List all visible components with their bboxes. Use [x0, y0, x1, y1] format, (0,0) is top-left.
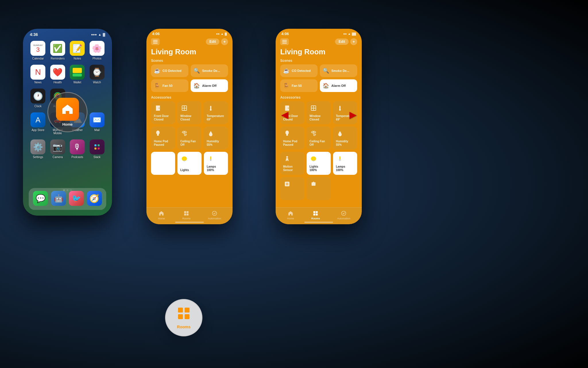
homepod-1-label: Home PodPaused: [154, 140, 172, 147]
dock-app3[interactable]: 🐦: [68, 191, 85, 207]
edit-button-2[interactable]: Edit: [335, 39, 349, 45]
app-slack[interactable]: Slack: [89, 139, 105, 159]
signal-icon: ●●●: [91, 33, 97, 36]
clock-icon: 🕐: [30, 89, 45, 103]
edit-button-1[interactable]: Edit: [206, 39, 219, 45]
home-status-right-2: ●● ▲ ▓▓: [343, 32, 356, 35]
plus-button-2[interactable]: +: [350, 38, 357, 45]
acc-lights-2[interactable]: Lights100%: [307, 152, 331, 175]
fan-label: Fan 50: [163, 84, 173, 87]
ceiling-fan-2-label: Ceiling FanOff: [310, 140, 328, 147]
wifi-icon: ▲: [98, 33, 101, 36]
menu-button-1[interactable]: [151, 38, 160, 45]
extra-1-icon: [283, 180, 291, 188]
svg-rect-52: [339, 159, 341, 160]
acc-temperature[interactable]: Temperature69°: [204, 101, 228, 124]
acc-humidity-2[interactable]: Humidity55%: [333, 126, 357, 150]
svg-rect-40: [339, 106, 341, 109]
home-indicator-1: [175, 222, 204, 223]
acc-ceiling-fan-2[interactable]: Ceiling FanOff: [307, 126, 331, 150]
svg-rect-59: [313, 182, 314, 182]
app-watch[interactable]: ⌚ Watch: [89, 65, 105, 84]
home-app-highlight[interactable]: Home: [47, 92, 88, 132]
app-mail[interactable]: ✉️ Mail: [89, 112, 105, 135]
scene-fan-2[interactable]: 🪑 Fan 50: [280, 79, 318, 92]
app-podcasts[interactable]: 🎙 Podcasts: [69, 139, 86, 159]
motion-1-label: MotionSensor: [154, 165, 172, 172]
home-top-controls-1: Edit +: [146, 37, 233, 47]
app-clock[interactable]: 🕐 Clock: [30, 89, 46, 108]
home-status-time-1: 4:06: [152, 32, 160, 36]
svg-rect-29: [187, 214, 189, 216]
svg-rect-50: [313, 160, 314, 161]
scene-co-detected[interactable]: ☕ CO Detected: [151, 64, 188, 77]
acc-motion-2[interactable]: MotionSensor: [280, 152, 304, 175]
nav-automation-2[interactable]: Automation: [337, 210, 350, 220]
acc-window-1[interactable]: WindowClosed: [177, 101, 202, 124]
dock-safari[interactable]: 🧭: [86, 191, 103, 207]
acc-extra-1[interactable]: [280, 177, 304, 200]
signal-1: ●●: [216, 32, 220, 35]
plus-button-1[interactable]: +: [221, 38, 228, 45]
acc-lamps-1[interactable]: Lamps100%: [204, 152, 228, 175]
watch-label: Watch: [93, 81, 101, 84]
alarm-icon-2: 🏠: [323, 83, 329, 89]
home-status-time-2: 4:06: [281, 32, 289, 36]
acc-homepod-2[interactable]: Home PodPaused: [280, 126, 304, 150]
nav-rooms-1[interactable]: Rooms: [182, 210, 191, 220]
app-settings[interactable]: ⚙️ Settings: [30, 139, 46, 159]
temperature-label: Temperature69°: [207, 114, 225, 121]
app-appstore[interactable]: A App Store: [30, 112, 46, 135]
nav-home-1[interactable]: Home: [158, 210, 165, 220]
dock-app2[interactable]: 🤖: [50, 191, 67, 207]
menu-line-a: [282, 40, 287, 41]
nav-home-2[interactable]: Home: [287, 210, 294, 220]
app-camera[interactable]: 📷 Camera: [49, 139, 66, 159]
app-reminders[interactable]: ✅ Reminders: [49, 41, 66, 60]
acc-lamps-2[interactable]: Lamps100%: [333, 152, 357, 175]
svg-rect-6: [98, 147, 100, 150]
scene-smoke[interactable]: 🔍 Smoke De...: [191, 64, 228, 77]
app-photos[interactable]: 🌸 Photos: [89, 41, 105, 60]
acc-ceiling-fan[interactable]: Ceiling FanOff: [177, 126, 202, 150]
app-news[interactable]: N News: [30, 65, 46, 84]
window-1-label: WindowClosed: [180, 114, 199, 121]
fan-icon: 🪑: [154, 83, 160, 89]
svg-rect-33: [178, 314, 183, 319]
menu-button-2[interactable]: [280, 38, 289, 45]
nav-automation-1[interactable]: Automation: [208, 210, 221, 220]
front-door-label: Front DoorClosed: [154, 114, 172, 121]
home-app-screen-1: 4:06 ●● ▲ ▓ Edit + Living Room Scenes: [146, 29, 233, 224]
home-app-screen-2: 4:06 ●● ▲ ▓▓ Edit + Living Room Scenes: [276, 29, 362, 224]
acc-lights-1[interactable]: Lights: [177, 152, 202, 175]
app-notes[interactable]: 📝 Notes: [69, 41, 86, 60]
acc-humidity[interactable]: Humidity55%: [204, 126, 228, 150]
app-calendar[interactable]: Sunday 3 Calendar: [30, 41, 46, 60]
dock-messages[interactable]: 💬: [32, 191, 49, 207]
mail-label: Mail: [94, 129, 100, 132]
humidity-2-label: Humidity55%: [336, 140, 354, 147]
acc-motion-1[interactable]: MotionSensor: [151, 152, 175, 175]
acc-homepod-1[interactable]: Home PodPaused: [151, 126, 175, 150]
svg-point-13: [210, 109, 212, 111]
safari-icon: 🧭: [87, 191, 102, 206]
scene-co-2[interactable]: ☕ CO Detected: [280, 64, 318, 77]
motion-icon-1: [154, 155, 162, 163]
nav-rooms-2[interactable]: Rooms: [311, 210, 320, 220]
acc-front-door[interactable]: Front DoorClosed: [151, 101, 175, 124]
scenes-row-3: ☕ CO Detected 🔍 Smoke De...: [276, 64, 362, 79]
svg-point-64: [342, 211, 346, 216]
acc-extra-2[interactable]: [307, 177, 331, 200]
svg-rect-61: [316, 211, 318, 213]
app-wallet[interactable]: Wallet: [69, 65, 86, 84]
svg-rect-23: [210, 156, 211, 159]
scene-alarm[interactable]: 🏠 Alarm Off: [191, 79, 228, 92]
smoke-icon: 🔍: [194, 68, 200, 74]
app-health[interactable]: ❤️ Health: [49, 65, 66, 84]
svg-point-42: [285, 131, 289, 135]
camera-label: Camera: [53, 156, 63, 159]
scene-fan[interactable]: 🪑 Fan 50: [151, 79, 188, 92]
scene-alarm-2[interactable]: 🏠 Alarm Off: [320, 79, 357, 92]
scene-smoke-2[interactable]: 🔍 Smoke De...: [320, 64, 357, 77]
room-title-1: Living Room: [146, 47, 233, 59]
